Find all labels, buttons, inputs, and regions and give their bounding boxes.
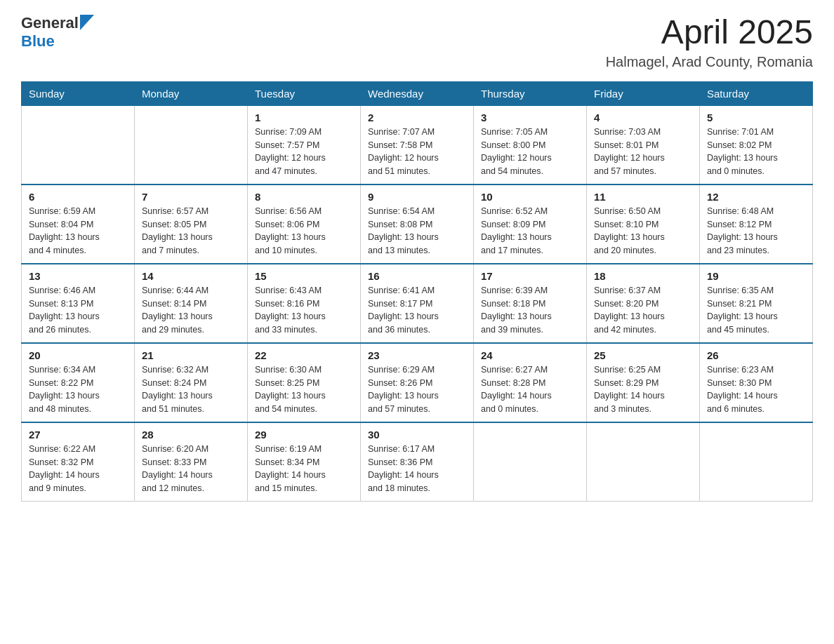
calendar-cell: 29Sunrise: 6:19 AM Sunset: 8:34 PM Dayli… [248, 422, 361, 502]
day-info: Sunrise: 6:34 AM Sunset: 8:22 PM Dayligh… [29, 363, 127, 416]
day-info: Sunrise: 6:52 AM Sunset: 8:09 PM Dayligh… [481, 205, 579, 257]
calendar-cell: 1Sunrise: 7:09 AM Sunset: 7:57 PM Daylig… [248, 105, 361, 185]
calendar-cell: 7Sunrise: 6:57 AM Sunset: 8:05 PM Daylig… [135, 185, 248, 264]
calendar-header-monday: Monday [135, 81, 248, 105]
day-number: 4 [594, 112, 692, 123]
day-number: 15 [255, 270, 353, 282]
day-info: Sunrise: 6:32 AM Sunset: 8:24 PM Dayligh… [142, 363, 240, 416]
day-info: Sunrise: 6:17 AM Sunset: 8:36 PM Dayligh… [368, 443, 466, 495]
day-info: Sunrise: 7:01 AM Sunset: 8:02 PM Dayligh… [707, 126, 805, 178]
calendar-cell: 24Sunrise: 6:27 AM Sunset: 8:28 PM Dayli… [474, 343, 587, 422]
day-number: 29 [255, 429, 353, 441]
calendar-header-thursday: Thursday [474, 81, 587, 105]
day-info: Sunrise: 6:19 AM Sunset: 8:34 PM Dayligh… [255, 443, 353, 495]
calendar-header-sunday: Sunday [22, 81, 135, 105]
day-number: 13 [29, 270, 127, 282]
day-number: 11 [594, 191, 692, 203]
calendar-cell: 11Sunrise: 6:50 AM Sunset: 8:10 PM Dayli… [587, 185, 700, 264]
calendar-cell: 5Sunrise: 7:01 AM Sunset: 8:02 PM Daylig… [700, 105, 813, 185]
calendar-header-tuesday: Tuesday [248, 81, 361, 105]
day-number: 9 [368, 191, 466, 203]
calendar-cell [22, 105, 135, 185]
day-number: 24 [481, 349, 579, 361]
day-info: Sunrise: 6:50 AM Sunset: 8:10 PM Dayligh… [594, 205, 692, 257]
calendar-cell: 26Sunrise: 6:23 AM Sunset: 8:30 PM Dayli… [700, 343, 813, 422]
calendar-cell: 19Sunrise: 6:35 AM Sunset: 8:21 PM Dayli… [700, 264, 813, 343]
day-number: 7 [142, 191, 240, 203]
day-number: 12 [707, 191, 805, 203]
calendar-cell: 13Sunrise: 6:46 AM Sunset: 8:13 PM Dayli… [22, 264, 135, 343]
day-number: 6 [29, 191, 127, 203]
calendar-cell: 22Sunrise: 6:30 AM Sunset: 8:25 PM Dayli… [248, 343, 361, 422]
calendar-cell: 12Sunrise: 6:48 AM Sunset: 8:12 PM Dayli… [700, 185, 813, 264]
calendar-week-row: 20Sunrise: 6:34 AM Sunset: 8:22 PM Dayli… [22, 343, 813, 422]
calendar-cell: 15Sunrise: 6:43 AM Sunset: 8:16 PM Dayli… [248, 264, 361, 343]
day-info: Sunrise: 6:41 AM Sunset: 8:17 PM Dayligh… [368, 284, 466, 337]
day-number: 26 [707, 349, 805, 361]
svg-marker-0 [80, 15, 94, 30]
day-info: Sunrise: 7:07 AM Sunset: 7:58 PM Dayligh… [368, 126, 466, 178]
day-info: Sunrise: 7:05 AM Sunset: 8:00 PM Dayligh… [481, 126, 579, 178]
day-number: 23 [368, 349, 466, 361]
day-info: Sunrise: 6:43 AM Sunset: 8:16 PM Dayligh… [255, 284, 353, 337]
day-number: 18 [594, 270, 692, 282]
day-number: 20 [29, 349, 127, 361]
day-info: Sunrise: 6:57 AM Sunset: 8:05 PM Dayligh… [142, 205, 240, 257]
calendar-cell: 27Sunrise: 6:22 AM Sunset: 8:32 PM Dayli… [22, 422, 135, 502]
calendar-table: SundayMondayTuesdayWednesdayThursdayFrid… [21, 81, 813, 502]
day-number: 14 [142, 270, 240, 282]
day-info: Sunrise: 6:35 AM Sunset: 8:21 PM Dayligh… [707, 284, 805, 337]
calendar-cell: 6Sunrise: 6:59 AM Sunset: 8:04 PM Daylig… [22, 185, 135, 264]
logo-triangle-icon [80, 15, 94, 30]
day-info: Sunrise: 6:48 AM Sunset: 8:12 PM Dayligh… [707, 205, 805, 257]
calendar-cell: 3Sunrise: 7:05 AM Sunset: 8:00 PM Daylig… [474, 105, 587, 185]
calendar-header-saturday: Saturday [700, 81, 813, 105]
calendar-header-friday: Friday [587, 81, 700, 105]
day-info: Sunrise: 6:59 AM Sunset: 8:04 PM Dayligh… [29, 205, 127, 257]
calendar-cell: 21Sunrise: 6:32 AM Sunset: 8:24 PM Dayli… [135, 343, 248, 422]
location-title: Halmagel, Arad County, Romania [606, 54, 813, 70]
day-info: Sunrise: 6:27 AM Sunset: 8:28 PM Dayligh… [481, 363, 579, 416]
calendar-week-row: 1Sunrise: 7:09 AM Sunset: 7:57 PM Daylig… [22, 105, 813, 185]
day-number: 8 [255, 191, 353, 203]
calendar-cell [700, 422, 813, 502]
day-number: 30 [368, 429, 466, 441]
day-number: 22 [255, 349, 353, 361]
day-info: Sunrise: 6:56 AM Sunset: 8:06 PM Dayligh… [255, 205, 353, 257]
day-number: 1 [255, 112, 353, 123]
calendar-cell: 14Sunrise: 6:44 AM Sunset: 8:14 PM Dayli… [135, 264, 248, 343]
day-info: Sunrise: 6:54 AM Sunset: 8:08 PM Dayligh… [368, 205, 466, 257]
calendar-cell [587, 422, 700, 502]
calendar-cell: 2Sunrise: 7:07 AM Sunset: 7:58 PM Daylig… [361, 105, 474, 185]
logo: General Blue [21, 14, 94, 51]
calendar-week-row: 6Sunrise: 6:59 AM Sunset: 8:04 PM Daylig… [22, 185, 813, 264]
day-info: Sunrise: 7:09 AM Sunset: 7:57 PM Dayligh… [255, 126, 353, 178]
calendar-cell: 20Sunrise: 6:34 AM Sunset: 8:22 PM Dayli… [22, 343, 135, 422]
calendar-cell: 10Sunrise: 6:52 AM Sunset: 8:09 PM Dayli… [474, 185, 587, 264]
calendar-cell: 9Sunrise: 6:54 AM Sunset: 8:08 PM Daylig… [361, 185, 474, 264]
calendar-cell [474, 422, 587, 502]
day-info: Sunrise: 7:03 AM Sunset: 8:01 PM Dayligh… [594, 126, 692, 178]
calendar-cell: 28Sunrise: 6:20 AM Sunset: 8:33 PM Dayli… [135, 422, 248, 502]
calendar-cell: 16Sunrise: 6:41 AM Sunset: 8:17 PM Dayli… [361, 264, 474, 343]
day-number: 2 [368, 112, 466, 123]
day-info: Sunrise: 6:37 AM Sunset: 8:20 PM Dayligh… [594, 284, 692, 337]
calendar-cell: 18Sunrise: 6:37 AM Sunset: 8:20 PM Dayli… [587, 264, 700, 343]
day-info: Sunrise: 6:29 AM Sunset: 8:26 PM Dayligh… [368, 363, 466, 416]
page-header: General Blue April 2025 Halmagel, Arad C… [21, 14, 813, 70]
title-section: April 2025 Halmagel, Arad County, Romani… [606, 14, 813, 70]
day-number: 21 [142, 349, 240, 361]
day-info: Sunrise: 6:30 AM Sunset: 8:25 PM Dayligh… [255, 363, 353, 416]
day-info: Sunrise: 6:46 AM Sunset: 8:13 PM Dayligh… [29, 284, 127, 337]
calendar-week-row: 27Sunrise: 6:22 AM Sunset: 8:32 PM Dayli… [22, 422, 813, 502]
day-number: 16 [368, 270, 466, 282]
logo-general: General [21, 14, 79, 32]
calendar-cell: 17Sunrise: 6:39 AM Sunset: 8:18 PM Dayli… [474, 264, 587, 343]
day-info: Sunrise: 6:44 AM Sunset: 8:14 PM Dayligh… [142, 284, 240, 337]
day-info: Sunrise: 6:39 AM Sunset: 8:18 PM Dayligh… [481, 284, 579, 337]
day-info: Sunrise: 6:22 AM Sunset: 8:32 PM Dayligh… [29, 443, 127, 495]
day-number: 25 [594, 349, 692, 361]
month-title: April 2025 [606, 14, 813, 51]
calendar-cell: 23Sunrise: 6:29 AM Sunset: 8:26 PM Dayli… [361, 343, 474, 422]
day-number: 19 [707, 270, 805, 282]
